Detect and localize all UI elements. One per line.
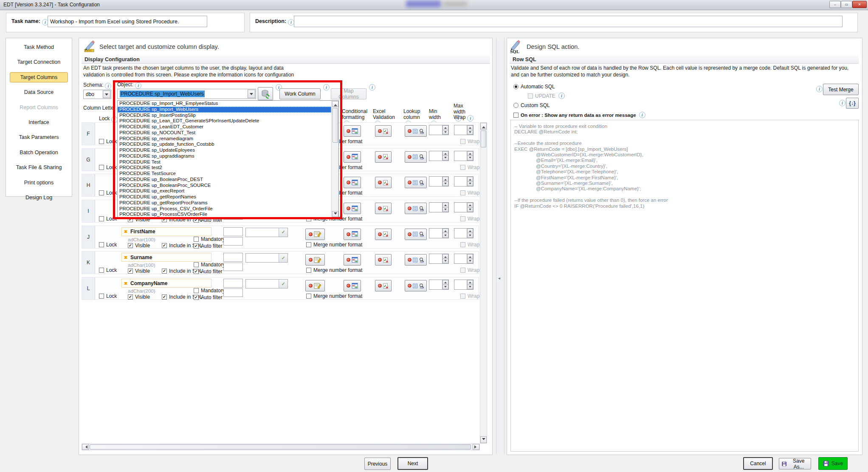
sidebar-item[interactable]: Print options xyxy=(10,178,68,188)
work-column-button[interactable]: Work Column xyxy=(279,88,321,99)
field-name-box[interactable]: FirstName xyxy=(121,227,211,236)
move-column-icon[interactable] xyxy=(124,254,128,260)
checkbox-box[interactable] xyxy=(99,216,104,221)
lock-checkbox[interactable]: Lock xyxy=(99,216,117,222)
max-width-stepper[interactable] xyxy=(454,280,473,290)
scroll-up-icon[interactable] xyxy=(332,101,338,107)
save-as-button[interactable]: Save As... xyxy=(779,458,811,469)
dropdown-item[interactable]: PROCEDURE up_BooleanProc_DEST xyxy=(118,177,331,183)
dropdown-item[interactable]: PROCEDURE test2 xyxy=(118,165,331,171)
vertical-scrollbar[interactable] xyxy=(480,122,487,444)
conditional-formatting-button[interactable] xyxy=(344,229,361,240)
lock-checkbox[interactable]: Lock xyxy=(99,164,117,170)
schema-select[interactable]: dbo xyxy=(83,90,111,99)
wrap-checkbox[interactable]: Wrap xyxy=(460,293,479,299)
scroll-down-icon[interactable] xyxy=(332,211,338,217)
insert-merge-code-button[interactable]: {↓} xyxy=(846,98,859,109)
info-icon[interactable] xyxy=(288,19,294,25)
apply-check-icon[interactable]: ✓ xyxy=(279,280,287,288)
dropdown-item[interactable]: PROCEDURE up_ProcessCSVOrderFile xyxy=(118,212,331,218)
stepper-down-icon[interactable] xyxy=(442,259,448,264)
stepper-down-icon[interactable] xyxy=(442,233,448,238)
conditional-formatting-button[interactable] xyxy=(344,280,361,291)
stepper-up-icon[interactable] xyxy=(467,280,473,285)
custom-sql-radio[interactable]: Custom SQL xyxy=(513,102,550,108)
sidebar-item[interactable]: Design Log xyxy=(10,192,68,203)
stepper-up-icon[interactable] xyxy=(467,203,473,208)
conditional-formatting-button[interactable] xyxy=(344,177,361,188)
dropdown-item[interactable]: PROCEDURE up_execReport xyxy=(118,188,331,194)
sql-editor[interactable]: -- Variable to store procedure exit cond… xyxy=(510,120,859,452)
visible-checkbox[interactable]: Visible xyxy=(128,268,150,274)
lookup-column-button[interactable]: SQL xyxy=(405,280,427,291)
footer-text-input[interactable] xyxy=(223,288,243,297)
footer-text-input[interactable] xyxy=(223,263,243,271)
excel-validation-button[interactable] xyxy=(375,254,392,266)
lock-checkbox[interactable]: Lock xyxy=(99,267,117,273)
checkbox-box[interactable] xyxy=(128,269,133,274)
min-width-stepper[interactable] xyxy=(429,202,449,212)
stepper-down-icon[interactable] xyxy=(467,156,473,161)
stepper-up-icon[interactable] xyxy=(467,177,473,182)
checkbox-box[interactable] xyxy=(306,294,311,299)
excel-validation-button[interactable] xyxy=(375,125,392,137)
panel-splitter[interactable]: ◂ xyxy=(496,38,504,454)
dropdown-item[interactable]: PROCEDURE sp_update_function_Costsbb xyxy=(118,141,331,147)
close-button[interactable]: ✕ xyxy=(852,1,867,8)
dropdown-item[interactable]: PROCEDURE up_getReportProcParams xyxy=(118,200,331,206)
update-checkbox[interactable]: UPDATE xyxy=(528,93,565,99)
automatic-sql-radio[interactable]: Automatic SQL xyxy=(513,84,555,90)
dropdown-item[interactable]: PROCEDURE sp_Import_WebUsers xyxy=(118,107,331,113)
wrap-checkbox[interactable]: Wrap xyxy=(460,190,479,196)
field-name-box[interactable]: Surname xyxy=(121,253,211,262)
stepper-up-icon[interactable] xyxy=(442,177,448,182)
dropdown-item[interactable]: PROCEDURE sp_Lean_EDT_GenerateSPforInser… xyxy=(118,118,331,124)
number-format-button[interactable] xyxy=(305,280,325,291)
lookup-column-button[interactable]: SQL xyxy=(405,151,427,163)
lookup-column-button[interactable]: SQL xyxy=(405,177,427,188)
lookup-column-button[interactable]: SQL xyxy=(405,254,427,266)
min-width-stepper[interactable] xyxy=(429,125,449,135)
next-button[interactable]: Next xyxy=(397,457,428,470)
maximize-button[interactable]: ▭ xyxy=(841,1,852,8)
dropdown-item[interactable]: PROCEDURE sp_LeanEDT_Customer xyxy=(118,124,331,130)
scrollbar-thumb[interactable] xyxy=(481,130,486,147)
scroll-up-icon[interactable] xyxy=(480,123,487,130)
dropdown-item[interactable]: PROCEDURE TestSource xyxy=(118,171,331,177)
dropdown-item[interactable]: PROCEDURE Test xyxy=(118,159,331,165)
stepper-down-icon[interactable] xyxy=(467,233,473,238)
sidebar-item[interactable]: Target Columns xyxy=(10,72,68,82)
cancel-button[interactable]: Cancel xyxy=(743,457,773,470)
sidebar-item[interactable]: Batch Operation xyxy=(10,147,68,158)
dropdown-item[interactable]: PROCEDURE up_BooleanProc_SOURCE xyxy=(118,183,331,189)
scroll-right-icon[interactable] xyxy=(473,444,479,450)
merge-number-format-checkbox[interactable]: Merge number format xyxy=(306,293,362,299)
lock-checkbox[interactable]: Lock xyxy=(99,242,117,248)
info-icon[interactable] xyxy=(323,84,330,90)
info-icon[interactable] xyxy=(369,84,375,90)
chevron-down-icon[interactable] xyxy=(103,90,110,98)
previous-button[interactable]: Previous xyxy=(364,458,391,470)
map-columns-button[interactable]: Map Columns xyxy=(331,88,366,99)
min-width-stepper[interactable] xyxy=(429,280,449,290)
stepper-up-icon[interactable] xyxy=(467,125,473,130)
wrap-checkbox[interactable]: Wrap xyxy=(460,242,479,248)
horizontal-scrollbar[interactable] xyxy=(82,444,480,450)
checkbox-box[interactable] xyxy=(194,295,199,300)
dropdown-item[interactable]: PROCEDURE sp_NOCOUNT_Test xyxy=(118,130,331,136)
wrap-checkbox[interactable]: Wrap xyxy=(460,164,479,170)
header-text-input[interactable] xyxy=(223,227,243,236)
stepper-down-icon[interactable] xyxy=(442,182,448,187)
info-icon[interactable] xyxy=(639,112,645,118)
max-width-stepper[interactable] xyxy=(454,228,473,238)
chevron-down-icon[interactable] xyxy=(248,90,255,98)
excel-validation-button[interactable] xyxy=(375,151,392,163)
radio-dot[interactable] xyxy=(513,84,519,89)
number-format-button[interactable] xyxy=(305,254,325,266)
stepper-up-icon[interactable] xyxy=(467,151,473,156)
info-icon[interactable] xyxy=(135,82,141,89)
excel-validation-button[interactable] xyxy=(375,229,392,240)
lock-checkbox[interactable]: Lock xyxy=(99,138,117,144)
info-icon[interactable] xyxy=(105,83,111,89)
header-text-input[interactable] xyxy=(223,253,243,262)
